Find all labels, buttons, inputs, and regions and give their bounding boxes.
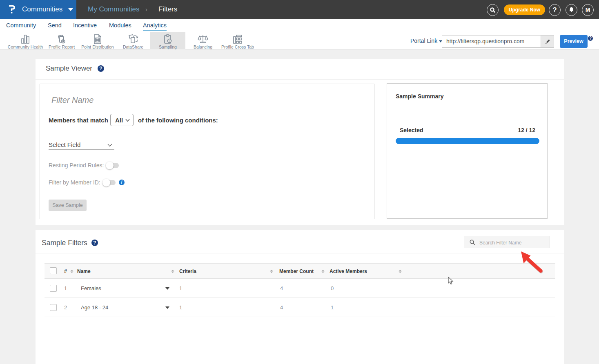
svg-text:?: ? (169, 40, 170, 42)
